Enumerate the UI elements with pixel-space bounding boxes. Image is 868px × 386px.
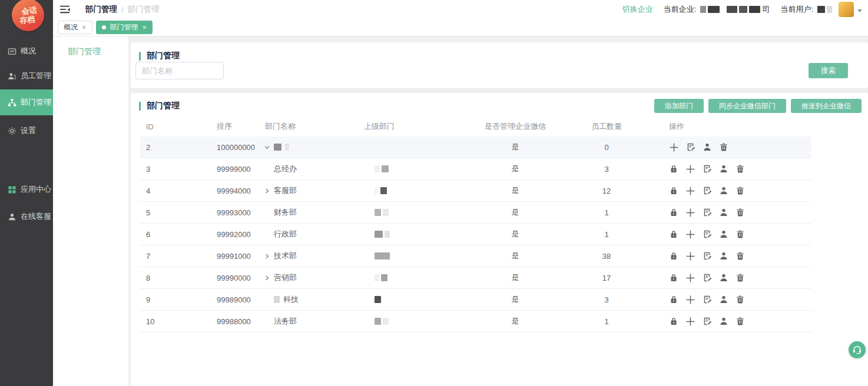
lock-icon[interactable] xyxy=(669,317,678,326)
cell-department-name: 法务部 xyxy=(258,316,358,327)
edit-icon[interactable] xyxy=(703,273,712,282)
table-row: 399999000总经办是3 xyxy=(140,158,811,180)
tab-1[interactable]: 概况× xyxy=(58,21,92,34)
lock-icon[interactable] xyxy=(669,164,678,174)
user-icon[interactable] xyxy=(703,142,712,152)
plus-icon[interactable] xyxy=(685,229,695,239)
tab-2[interactable]: 部门管理× xyxy=(96,21,153,34)
sidebar-item-label: 设置 xyxy=(21,125,36,136)
trash-icon[interactable] xyxy=(736,164,745,174)
sidebar-item-1[interactable]: 概况 xyxy=(0,38,53,64)
cell-manage-wecom: 是 xyxy=(471,185,559,196)
trash-icon[interactable] xyxy=(736,251,745,261)
edit-icon[interactable] xyxy=(703,208,712,217)
redacted-block xyxy=(727,6,737,13)
sidebar-item-4[interactable]: 设置 xyxy=(0,118,53,144)
dashboard-icon xyxy=(8,47,16,56)
cell-parent-department xyxy=(358,296,471,303)
cell-department-name: 技术部 xyxy=(258,251,358,261)
redacted-block xyxy=(375,296,381,303)
plus-icon[interactable] xyxy=(685,208,695,218)
cell-department-name: 财务部 xyxy=(258,207,358,218)
customer-service-float-button[interactable] xyxy=(849,341,866,358)
apps-icon xyxy=(8,185,16,194)
push-to-wecom-button[interactable]: 推送到企业微信 xyxy=(791,99,862,113)
user-icon[interactable] xyxy=(719,251,728,261)
edit-icon[interactable] xyxy=(703,317,712,326)
trash-icon[interactable] xyxy=(736,208,745,217)
edit-icon[interactable] xyxy=(703,164,712,174)
edit-icon[interactable] xyxy=(703,251,712,261)
cell-sort: 99990000 xyxy=(211,274,258,282)
lock-icon[interactable] xyxy=(669,186,678,195)
user-avatar[interactable] xyxy=(839,2,854,17)
plus-icon[interactable] xyxy=(685,186,695,196)
lock-icon[interactable] xyxy=(669,229,678,239)
edit-icon[interactable] xyxy=(686,142,695,152)
user-menu-caret-icon[interactable] xyxy=(857,9,862,12)
lock-icon[interactable] xyxy=(669,273,678,282)
sidebar-item-label: 在线客服 xyxy=(21,211,51,222)
user-icon[interactable] xyxy=(719,295,728,304)
sync-wecom-departments-button[interactable]: 同步企业微信部门 xyxy=(708,99,786,113)
cell-manage-wecom: 是 xyxy=(471,164,559,174)
cell-department-name: 科技 xyxy=(258,294,358,305)
sidebar-item-6[interactable]: 在线客服 xyxy=(0,204,53,229)
lock-icon[interactable] xyxy=(669,251,678,261)
tab-close-icon[interactable]: × xyxy=(82,24,87,31)
chevron-right-icon[interactable] xyxy=(264,188,270,194)
edit-icon[interactable] xyxy=(703,295,712,304)
switch-company-link[interactable]: 切换企业 xyxy=(622,4,653,15)
trash-icon[interactable] xyxy=(736,273,745,282)
table-row: 2100000000是0 xyxy=(140,137,811,158)
trash-icon[interactable] xyxy=(736,186,745,195)
user-icon[interactable] xyxy=(719,273,728,282)
plus-icon[interactable] xyxy=(685,317,695,327)
redacted-block xyxy=(375,231,383,238)
column-header: 部门名称 xyxy=(258,121,358,132)
user-icon[interactable] xyxy=(719,317,728,326)
headset-icon xyxy=(852,345,862,355)
plus-icon[interactable] xyxy=(685,251,695,261)
breadcrumb-item-1[interactable]: 部门管理 xyxy=(85,4,117,15)
tab-close-icon[interactable]: × xyxy=(143,24,147,31)
add-department-button[interactable]: 添加部门 xyxy=(654,99,704,113)
chevron-right-icon[interactable] xyxy=(264,275,270,281)
breadcrumb: 部门管理 / 部门管理 xyxy=(85,4,160,15)
cell-manage-wecom: 是 xyxy=(471,251,559,261)
trash-icon[interactable] xyxy=(736,317,745,326)
chevron-right-icon[interactable] xyxy=(264,253,270,259)
plus-icon[interactable] xyxy=(685,164,695,174)
cell-sort: 99993000 xyxy=(211,208,258,217)
user-icon[interactable] xyxy=(719,186,728,195)
plus-icon[interactable] xyxy=(685,273,695,283)
user-icon[interactable] xyxy=(719,229,728,239)
trash-icon[interactable] xyxy=(736,229,745,239)
submenu-item-1[interactable]: 部门管理 xyxy=(53,40,128,64)
plus-icon[interactable] xyxy=(669,142,679,152)
redacted-block xyxy=(385,231,390,238)
plus-icon[interactable] xyxy=(685,295,695,305)
department-name-input[interactable] xyxy=(135,62,224,79)
cell-id: 6 xyxy=(140,230,211,239)
user-icon[interactable] xyxy=(719,208,728,217)
lock-icon[interactable] xyxy=(669,295,678,304)
search-button[interactable]: 搜索 xyxy=(809,63,848,78)
cell-parent-department xyxy=(358,274,471,281)
trash-icon[interactable] xyxy=(719,142,728,152)
sidebar-item-2[interactable]: 员工管理 xyxy=(0,63,53,89)
column-header: 上级部门 xyxy=(358,121,471,132)
edit-icon[interactable] xyxy=(703,186,712,195)
trash-icon[interactable] xyxy=(736,295,745,304)
department-name-text: 行政部 xyxy=(274,229,297,239)
edit-icon[interactable] xyxy=(703,229,712,239)
user-icon[interactable] xyxy=(719,164,728,174)
table-row: 599993000财务部是1 xyxy=(140,202,811,224)
cell-employee-count: 1 xyxy=(559,317,654,326)
lock-icon[interactable] xyxy=(669,208,678,217)
sidebar-item-3[interactable]: 部门管理 xyxy=(0,89,53,115)
collapse-menu-icon[interactable] xyxy=(60,5,70,14)
chevron-down-icon[interactable] xyxy=(264,144,270,151)
topbar: 部门管理 / 部门管理 切换企业 当前企业: 司 当前用户: xyxy=(53,0,868,19)
sidebar-item-5[interactable]: 应用中心 xyxy=(0,177,53,202)
